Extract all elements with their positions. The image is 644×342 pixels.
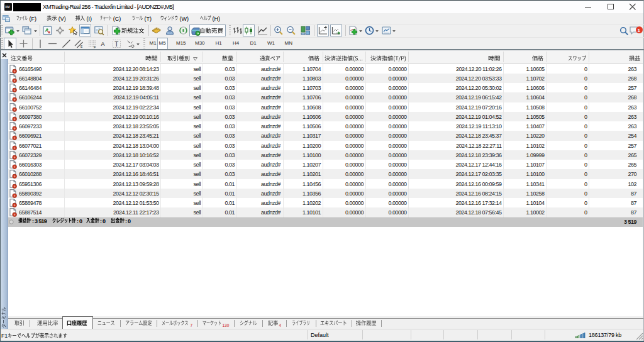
svg-text:F: F: [94, 45, 96, 49]
svg-text:E: E: [80, 45, 83, 48]
svg-text:T: T: [114, 41, 118, 48]
